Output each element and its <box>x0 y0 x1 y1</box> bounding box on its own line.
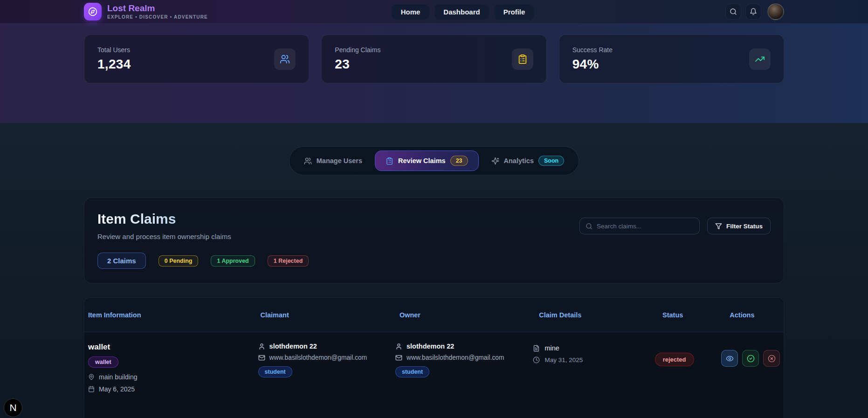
nextjs-logo-icon: N <box>9 402 16 413</box>
column-header-owner: Owner <box>400 311 539 319</box>
stat-card-pending-claims: Pending Claims 23 <box>321 34 546 83</box>
filter-status-label: Filter Status <box>726 223 763 230</box>
stat-label: Success Rate <box>572 46 613 54</box>
soon-badge: Soon <box>538 156 564 166</box>
column-header-item-information: Item Information <box>88 311 261 319</box>
view-claim-button[interactable] <box>721 350 738 367</box>
owner-email: www.basilslothdemon@gmail.com <box>406 354 504 361</box>
nav-dashboard-button[interactable]: Dashboard <box>434 4 489 20</box>
notifications-button[interactable] <box>745 4 761 20</box>
calendar-icon <box>88 386 95 392</box>
stat-label: Pending Claims <box>335 46 380 54</box>
search-claims-input[interactable] <box>597 223 694 230</box>
status-cell: rejected <box>655 343 721 393</box>
compass-logo-icon <box>84 3 102 21</box>
stat-value: 94% <box>572 57 613 72</box>
column-header-status: Status <box>662 311 730 319</box>
column-header-claimant: Claimant <box>261 311 400 319</box>
column-header-claim-details: Claim Details <box>539 311 662 319</box>
reject-claim-button[interactable] <box>763 350 780 367</box>
hero-section: Total Users 1,234 Pending Claims 23 Su <box>0 23 868 123</box>
claim-note: mine <box>544 344 559 352</box>
actions-cell <box>721 343 780 393</box>
eye-icon <box>726 355 734 363</box>
approved-count-badge: 1 Approved <box>211 255 255 267</box>
tab-manage-users[interactable]: Manage Users <box>293 152 373 170</box>
map-pin-icon <box>88 374 95 380</box>
claims-table: Item Information Claimant Owner Claim De… <box>84 297 784 418</box>
tab-analytics[interactable]: Analytics Soon <box>481 151 575 171</box>
status-badge: rejected <box>655 353 694 366</box>
page-subtitle: Review and process item ownership claims <box>97 233 231 240</box>
claim-date: May 31, 2025 <box>544 356 583 363</box>
search-icon <box>586 223 592 230</box>
tab-label: Analytics <box>504 157 534 164</box>
brand-tagline: EXPLORE • DISCOVER • ADVENTURE <box>107 14 208 20</box>
clipboard-icon <box>512 48 533 70</box>
search-claims-box <box>579 218 700 234</box>
funnel-icon <box>715 223 722 230</box>
search-icon <box>730 8 737 15</box>
claimant-name: slothdemon 22 <box>269 343 317 350</box>
rejected-count-badge: 1 Rejected <box>268 255 309 267</box>
users-icon <box>304 157 312 165</box>
tab-review-claims[interactable]: Review Claims 23 <box>375 151 478 171</box>
tab-label: Review Claims <box>398 157 446 164</box>
total-claims-badge[interactable]: 2 Claims <box>97 253 146 269</box>
item-location: main building <box>99 373 138 381</box>
page-title: Item Claims <box>97 211 231 227</box>
nav-home-button[interactable]: Home <box>392 4 429 20</box>
approve-claim-button[interactable] <box>742 350 759 367</box>
tab-label: Manage Users <box>317 157 362 164</box>
claim-details-cell: mine May 31, 2025 <box>533 343 654 393</box>
owner-name: slothdemon 22 <box>406 343 454 350</box>
bell-icon <box>750 8 757 15</box>
brand: Lost Realm EXPLORE • DISCOVER • ADVENTUR… <box>84 3 208 21</box>
stat-value: 23 <box>335 57 380 72</box>
stat-card-total-users: Total Users 1,234 <box>84 34 309 83</box>
stat-label: Total Users <box>97 46 131 54</box>
item-name: wallet <box>88 343 258 352</box>
search-button[interactable] <box>725 4 741 20</box>
claimant-email: www.basilslothdemon@gmail.com <box>269 354 367 361</box>
brand-title: Lost Realm <box>107 4 208 14</box>
clipboard-icon <box>386 157 393 165</box>
file-text-icon <box>533 345 540 352</box>
stat-card-success-rate: Success Rate 94% <box>559 34 784 83</box>
avatar[interactable] <box>767 3 784 20</box>
item-information-cell: wallet wallet main building May 6, 2025 <box>88 343 258 393</box>
owner-cell: slothdemon 22 www.basilslothdemon@gmail.… <box>395 343 533 393</box>
claimant-cell: slothdemon 22 www.basilslothdemon@gmail.… <box>258 343 395 393</box>
claims-count-badge: 23 <box>450 156 468 166</box>
tab-bar: Manage Users Review Claims 23 Analytics … <box>289 146 579 175</box>
item-claims-panel: Item Claims Review and process item owne… <box>84 198 784 283</box>
user-icon <box>395 343 402 350</box>
item-date: May 6, 2025 <box>99 385 135 393</box>
filter-status-button[interactable]: Filter Status <box>707 218 771 234</box>
sparkles-icon <box>491 157 499 165</box>
pending-count-badge: 0 Pending <box>158 255 199 267</box>
nextjs-dev-badge[interactable]: N <box>4 398 22 417</box>
claimant-role-badge: student <box>258 366 292 377</box>
clock-icon <box>533 356 540 363</box>
check-circle-icon <box>747 355 755 363</box>
table-row: wallet wallet main building May 6, 2025 <box>84 332 784 411</box>
mail-icon <box>258 354 265 361</box>
item-category-badge: wallet <box>88 356 118 368</box>
main-nav: Home Dashboard Profile <box>392 4 534 20</box>
x-circle-icon <box>768 355 776 363</box>
nav-profile-button[interactable]: Profile <box>495 4 534 20</box>
main-content: Manage Users Review Claims 23 Analytics … <box>0 123 868 418</box>
stat-value: 1,234 <box>97 57 131 72</box>
top-bar: Lost Realm EXPLORE • DISCOVER • ADVENTUR… <box>0 0 868 23</box>
users-icon <box>274 48 296 70</box>
mail-icon <box>395 354 402 361</box>
column-header-actions: Actions <box>730 311 780 319</box>
user-icon <box>258 343 265 350</box>
trending-up-icon <box>749 48 771 70</box>
owner-role-badge: student <box>395 366 429 377</box>
table-header-row: Item Information Claimant Owner Claim De… <box>84 298 784 332</box>
